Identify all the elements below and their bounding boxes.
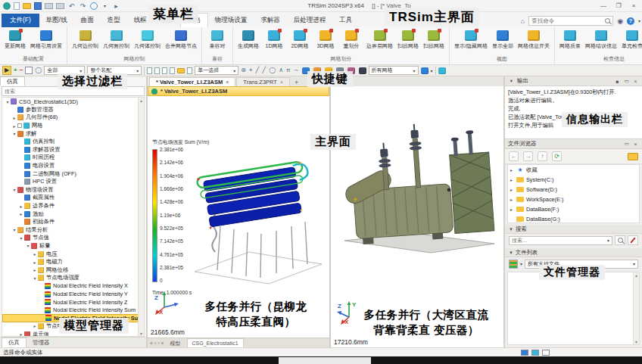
close-tab-icon[interactable]: ×: [280, 79, 283, 85]
ribbon-button[interactable]: 几何边控制: [70, 29, 101, 51]
tab-manager[interactable]: 管理器: [26, 338, 56, 347]
qat-dropdown-icon[interactable]: ▾: [101, 2, 109, 10]
search-icon[interactable]: [605, 18, 610, 23]
save-icon[interactable]: [34, 2, 42, 10]
command-search-input[interactable]: [531, 17, 603, 24]
chevron-down-icon[interactable]: ▾: [431, 68, 433, 73]
drive-item[interactable]: ▸ WorkSpace(E:): [508, 194, 639, 204]
ribbon-button[interactable]: 扫掠网格: [395, 29, 421, 51]
expand-arrow-icon[interactable]: ▸: [18, 204, 24, 209]
expand-arrow-icon[interactable]: [18, 155, 24, 160]
folder-icon[interactable]: [177, 68, 185, 73]
expand-arrow-icon[interactable]: ▸: [32, 251, 38, 257]
image-icon[interactable]: [187, 67, 192, 74]
new-file-icon[interactable]: [14, 2, 20, 10]
tree-item[interactable]: ▾ CSG_Electrostatic1(3D): [2, 98, 144, 106]
remove-filter-icon[interactable]: −: [20, 67, 23, 73]
expand-arrow-icon[interactable]: [39, 316, 45, 320]
expand-arrow-icon[interactable]: [18, 139, 24, 144]
minimize-panel-icon[interactable]: ▭: [623, 78, 630, 84]
nav-arrow-icon[interactable]: ‹: [154, 341, 156, 346]
expand-arrow-icon[interactable]: [11, 107, 17, 112]
close-panel-icon[interactable]: ×: [632, 79, 639, 84]
menu-tab[interactable]: 造型: [101, 14, 127, 27]
expand-arrow-icon[interactable]: ▾: [11, 227, 17, 232]
chevron-down-icon[interactable]: ▾: [607, 238, 609, 243]
menu-tab[interactable]: 后处理进程: [287, 14, 333, 27]
file-list-section-header[interactable]: ▼ 文件列表: [505, 248, 642, 257]
ribbon-button[interactable]: 扫掠网格: [421, 29, 447, 51]
search-section-header[interactable]: ▼ 搜索: [505, 225, 642, 234]
close-icon[interactable]: ×: [628, 2, 639, 9]
sketch-tool-icon[interactable]: ╱: [262, 67, 266, 73]
filter-grid-icon[interactable]: [25, 67, 33, 74]
tree-item[interactable]: 截面属性: [2, 194, 144, 202]
maximize-icon[interactable]: ❐: [613, 2, 624, 9]
help-dropdown-icon[interactable]: ▾: [638, 18, 640, 23]
expand-arrow-icon[interactable]: ▸: [32, 323, 38, 328]
expand-arrow-icon[interactable]: ▸: [18, 331, 24, 337]
expand-arrow-icon[interactable]: [510, 217, 516, 222]
command-search[interactable]: [528, 16, 613, 26]
tree-item[interactable]: 初始条件: [2, 218, 144, 226]
drive-item[interactable]: ▸ ★ 收藏: [508, 165, 639, 175]
export-icon[interactable]: [56, 3, 64, 9]
nav-arrow-icon[interactable]: »: [161, 341, 164, 346]
tree-scrollbar[interactable]: ▴▾: [138, 98, 144, 336]
refresh-icon[interactable]: ⟳: [552, 151, 562, 161]
tree-item[interactable]: Nodal Electric Field Intensity X: [2, 282, 144, 291]
tab-simulation-bottom[interactable]: 仿真: [2, 338, 26, 347]
ribbon-button[interactable]: 单元检查: [619, 29, 642, 51]
close-panel-icon[interactable]: ×: [632, 142, 639, 147]
expand-arrow-icon[interactable]: [39, 292, 45, 297]
expand-arrow-icon[interactable]: [18, 172, 24, 176]
ribbon-button[interactable]: 几何面控制: [101, 29, 132, 51]
ribbon-button[interactable]: 重划分: [338, 29, 364, 51]
display-mode-icon[interactable]: [359, 67, 366, 74]
expand-arrow-icon[interactable]: [18, 195, 24, 200]
redo-icon[interactable]: ↷: [79, 2, 87, 10]
tree-item[interactable]: ▾ 节点电场强度: [2, 274, 144, 282]
menu-tab[interactable]: 工具: [332, 14, 359, 27]
ribbon-button[interactable]: 网格错误信息: [583, 29, 619, 51]
expand-arrow-icon[interactable]: [18, 163, 24, 168]
expand-arrow-icon[interactable]: ▸: [32, 267, 38, 272]
expand-arrow-icon[interactable]: [39, 284, 45, 288]
search-button[interactable]: [615, 235, 625, 245]
ribbon-button[interactable]: 网格信息开关: [516, 29, 552, 51]
expand-arrow-icon[interactable]: [39, 300, 45, 304]
ribbon-button[interactable]: 网格引用设置: [28, 29, 64, 51]
expand-arrow-icon[interactable]: ▾: [32, 275, 38, 281]
screen-view-icon[interactable]: [531, 350, 539, 356]
doc-tab-trans[interactable]: Trans.Z3PRT ×: [236, 77, 290, 86]
dock-icon[interactable]: ■: [614, 79, 621, 84]
ribbon-button[interactable]: 显示全部: [490, 29, 516, 51]
tree-item[interactable]: ▾ 结果分析: [2, 226, 144, 235]
checkbox[interactable]: [17, 123, 22, 128]
menu-tab[interactable]: 文件(F): [2, 14, 39, 27]
nav-arrow-icon[interactable]: ›: [157, 341, 159, 346]
ribbon-button[interactable]: 显示/隐藏网格: [452, 29, 490, 51]
file-list[interactable]: ▴▾: [507, 272, 640, 345]
expand-arrow-icon[interactable]: ▸: [510, 177, 516, 182]
ribbon-button[interactable]: 生成网格: [235, 29, 261, 51]
window-view-icon[interactable]: [542, 350, 550, 356]
minimize-panel-icon[interactable]: ▭: [623, 141, 630, 147]
tree-item[interactable]: 参数管理器: [2, 106, 144, 114]
tree-item[interactable]: 仿真控制: [2, 138, 144, 146]
select-cursor-icon[interactable]: ▶: [2, 66, 11, 75]
folder-icon[interactable]: [628, 153, 638, 160]
section-view-icon[interactable]: [438, 67, 446, 74]
page-icon[interactable]: [170, 67, 175, 74]
tree-item[interactable]: 时间历程: [2, 154, 144, 162]
page-icon[interactable]: [162, 67, 167, 74]
tab-csg-electrostatic[interactable]: CSG_Electrostatic1: [187, 338, 244, 347]
tree-item[interactable]: 二进制网格 (OFF): [2, 170, 144, 178]
tree-search-input[interactable]: [5, 89, 142, 94]
tree-item[interactable]: ▸ 电磁力: [2, 258, 144, 266]
active-window-titlebar[interactable]: * Valve_Tower_LI.Z3ASM: [148, 86, 329, 96]
clear-search-button[interactable]: [628, 235, 638, 245]
tree-item[interactable]: ▸ 边界条件: [2, 202, 144, 210]
expand-arrow-icon[interactable]: ▸: [510, 187, 516, 192]
expand-arrow-icon[interactable]: ▸: [510, 167, 516, 173]
